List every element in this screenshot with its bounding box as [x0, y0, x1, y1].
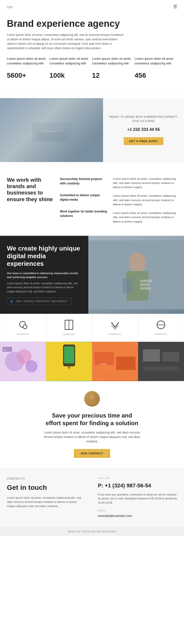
svg-rect-29 — [94, 352, 114, 365]
svg-rect-30 — [116, 356, 136, 370]
hero-image-placeholder — [0, 98, 103, 162]
portfolio-item-2 — [46, 342, 92, 381]
digital-image-placeholder — [88, 236, 184, 314]
site-header: logo ☰ — [0, 0, 184, 14]
stat-4: 456 — [135, 68, 177, 81]
contact-left: CONTACTS Get in touch Lorem ipsum dolor … — [7, 476, 92, 518]
image-contact-section: READY TO SPEAK WITH A MARKETING EXPERT? … — [0, 98, 184, 162]
contact-phone-large: P: +1 (324) 987-56-54 — [98, 482, 177, 490]
reach-description: If you have any questions, comments or i… — [98, 492, 177, 505]
hero-description: Lorem ipsum dolor sit amet, consectetur … — [7, 33, 125, 50]
people-icon: 👤 — [10, 300, 13, 303]
email-label: EMAIL — [98, 509, 177, 512]
stats-numbers: 5600+ 100k 12 456 — [7, 68, 177, 81]
logo-item-1: COMPANY — [0, 314, 46, 342]
footer-text: Sample text. Click to select the Text El… — [68, 530, 116, 533]
svg-rect-34 — [143, 350, 160, 362]
svg-point-2 — [54, 123, 63, 132]
mission-section: We work with brands and businesses to en… — [0, 170, 184, 236]
avatar — [84, 391, 100, 407]
hamburger-icon[interactable]: ☰ — [173, 4, 177, 10]
svg-rect-10 — [140, 283, 150, 286]
stat-desc-3: Lorem ipsum dolor sit amet, consetetur s… — [92, 56, 135, 66]
digital-heading: We create highly unique digital media ex… — [7, 245, 82, 268]
stat-desc-2: Lorem ipsum dolor sit amet, consetetur s… — [50, 56, 92, 66]
hero-image — [0, 98, 103, 162]
hero-section: Brand experience agency Lorem ipsum dolo… — [0, 14, 184, 90]
svg-rect-3 — [37, 132, 66, 140]
mission-items-descs: Lorem ipsum dolor sit amet, consetetur s… — [113, 177, 177, 228]
svg-text:bn.: bn. — [4, 348, 7, 351]
mission-item-1-title: Successfully finished projects with crea… — [60, 177, 108, 186]
stat-3: 12 — [92, 68, 135, 81]
logo-item-4: COMPANY — [138, 314, 184, 342]
contact-bottom-section: CONTACTS Get in touch Lorem ipsum dolor … — [0, 468, 184, 527]
mission-item-2-desc: Lorem ipsum dolor sit amet, consetetur s… — [113, 194, 177, 206]
email-value: example@example.com — [98, 514, 177, 518]
svg-rect-9 — [140, 280, 152, 282]
logo: logo — [7, 4, 13, 9]
mission-item-3-desc: Lorem ipsum dolor sit amet, consetetur s… — [113, 211, 177, 224]
digital-right-image — [88, 236, 184, 314]
contact-panel: READY TO SPEAK WITH A MARKETING EXPERT? … — [103, 98, 184, 162]
mission-item-2-title: Committed to deliver unique digital medi… — [60, 193, 108, 202]
logos-section: COMPANY COMPANY COMPANY — [0, 314, 184, 342]
portfolio-item-4 — [138, 342, 184, 381]
contacts-label: CONTACTS — [7, 476, 86, 481]
digital-description: Lorem ipsum dolor sit amet, consetetur s… — [7, 281, 82, 294]
footer: Sample text. Click to select the Text El… — [0, 527, 184, 536]
company-label-3: COMPANY — [109, 333, 121, 336]
svg-point-38 — [88, 400, 96, 405]
stat-desc-4: Lorem ipsum dolor sit amet, consetetur s… — [135, 56, 177, 66]
svg-rect-35 — [162, 352, 179, 362]
digital-left: We create highly unique digital media ex… — [0, 236, 88, 314]
svg-point-13 — [23, 325, 27, 329]
company-label-2: COMPANY — [63, 333, 75, 336]
company-label-4: COMPANY — [155, 333, 167, 336]
mission-item-3-title: Work together for better branding soluti… — [60, 209, 108, 218]
company-logo-3 — [110, 320, 120, 331]
cta-heading: Save your precious time and effort spent… — [45, 412, 139, 427]
contact-phone: +1 232 333 44 55 — [127, 126, 160, 133]
svg-point-37 — [90, 395, 94, 400]
logo-item-3: COMPANY — [92, 314, 138, 342]
get-in-touch-heading: Get in touch — [7, 482, 86, 493]
mission-heading: We work with brands and businesses to en… — [7, 177, 55, 228]
cta-description: Lorem ipsum dolor sit amet, consetetur s… — [43, 430, 141, 444]
cta-section: Save your precious time and effort spent… — [0, 381, 184, 468]
stat-2: 100k — [50, 68, 92, 81]
stat-1: 5600+ — [7, 68, 50, 81]
ready-text: READY TO SPEAK WITH A MARKETING EXPERT? … — [108, 115, 179, 123]
portfolio-grid: bn. — [0, 342, 184, 381]
stats-descriptions: Lorem ipsum dolor sit amet, consetetur s… — [7, 56, 177, 66]
digital-subtitle: Our team is committed to delivering meas… — [7, 271, 82, 279]
our-contact-button[interactable]: OUR CONTACT — [74, 449, 110, 458]
contact-left-desc: Lorem ipsum dolor sit amet, consetetur s… — [7, 496, 86, 508]
company-label-1: COMPANY — [17, 333, 29, 336]
portfolio-item-1: bn. — [0, 342, 46, 381]
stat-desc-1: Lorem ipsum dolor sit amet, consetetur s… — [7, 56, 50, 66]
portfolio-item-3 — [92, 342, 138, 381]
svg-rect-32 — [99, 364, 107, 365]
mission-item-1-desc: Lorem ipsum dolor sit amet, consetetur s… — [113, 177, 177, 190]
svg-rect-11 — [140, 287, 151, 290]
svg-rect-8 — [123, 278, 132, 293]
svg-point-21 — [25, 360, 38, 372]
company-logo-2 — [65, 320, 73, 332]
svg-rect-26 — [64, 346, 74, 364]
svg-rect-36 — [143, 366, 179, 371]
company-logo-1 — [18, 320, 28, 331]
hero-title: Brand experience agency — [7, 18, 144, 29]
digital-section: We create highly unique digital media ex… — [0, 236, 184, 314]
svg-point-1 — [40, 123, 49, 132]
company-logo-4 — [156, 320, 166, 331]
svg-point-27 — [68, 366, 70, 369]
call-us-label: CALL US — [98, 476, 177, 480]
contact-right: CALL US P: +1 (324) 987-56-54 If you hav… — [92, 476, 177, 518]
trust-badge: 👤 30K+ PEOPLE TRUSTING THE AGENCY — [7, 298, 71, 305]
logo-item-2: COMPANY — [46, 314, 92, 342]
mission-items-titles: Successfully finished projects with crea… — [60, 177, 108, 228]
svg-point-6 — [129, 252, 146, 272]
audit-button[interactable]: GET A FREE AUDIT — [124, 137, 163, 145]
svg-point-31 — [102, 367, 111, 371]
